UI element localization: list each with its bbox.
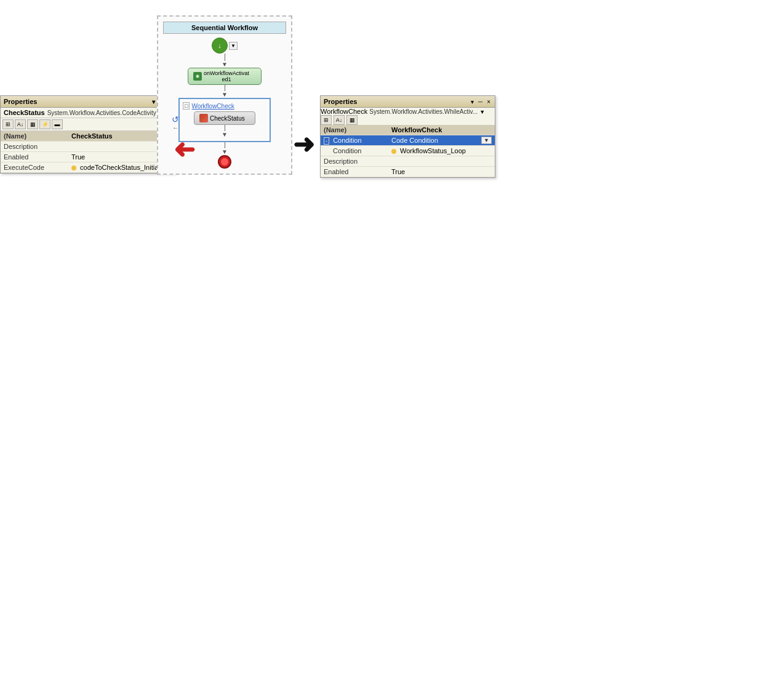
left-panel-titlebar: Properties ▾ ─ × (1, 96, 175, 108)
left-panel-title: Properties (4, 98, 37, 105)
workflow-check-collapse[interactable]: □ (183, 102, 190, 110)
execute-code-icon (71, 166, 76, 170)
right-type-name: WorkflowCheck (321, 108, 367, 115)
on-workflow-activated-activity[interactable]: onWorkflowActivated1 (188, 68, 262, 85)
right-prop-enabled-label: Enabled (321, 167, 388, 177)
right-prop-desc-value[interactable] (388, 156, 495, 167)
right-type-full: System.Workflow.Activities.WhileActiv... (369, 108, 478, 115)
arrow-3: ▼ (222, 131, 228, 138)
left-prop-row-desc: Description (1, 142, 175, 152)
left-toolbar: ⊞ A↓ ▦ ⚡ ▬ (1, 118, 175, 131)
right-props-table: (Name) WorkflowCheck - Condition Code Co… (321, 125, 495, 177)
workflow-start-btn[interactable]: ↓ (212, 38, 228, 54)
on-workflow-icon (193, 72, 202, 81)
arrow-2: ▼ (222, 91, 228, 98)
condition-value-text: Code Condition (391, 137, 438, 144)
arrow-4: ▼ (222, 148, 228, 155)
right-panel-title: Properties (324, 98, 357, 105)
right-toolbar-cols-btn[interactable]: ▦ (346, 115, 358, 125)
left-panel-pin-btn[interactable]: ▾ (151, 98, 156, 105)
right-panel-min-btn[interactable]: ─ (477, 98, 484, 105)
condition-collapse-btn[interactable]: - (324, 137, 329, 145)
workflow-start-row: ↓ ▼ (212, 38, 238, 54)
start-icon: ↓ (218, 42, 222, 49)
left-prop-enabled-label: Enabled (1, 152, 68, 162)
end-node-inner (221, 158, 228, 166)
right-prop-name-label: (Name) (321, 125, 388, 135)
loop-indicator: ↺ ← (172, 114, 179, 131)
right-prop-name-value: WorkflowCheck (388, 125, 495, 135)
execute-code-text: codeToCheckStatus_Initial (80, 164, 160, 171)
checkstatus-activity[interactable]: CheckStatus (194, 111, 255, 125)
right-prop-row-condition-child: Condition WorkflowStatus_Loop (321, 146, 495, 156)
connector-4 (225, 142, 225, 148)
right-panel-close-btn[interactable]: × (486, 98, 492, 105)
left-toolbar-events-btn[interactable]: ⚡ (39, 119, 50, 129)
right-type-row: WorkflowCheck System.Workflow.Activities… (321, 108, 495, 115)
connector-3 (225, 125, 225, 131)
left-toolbar-sort-btn[interactable]: A↓ (15, 119, 26, 129)
left-prop-row-execute: ExecuteCode codeToCheckStatus_Initial (1, 162, 175, 173)
right-prop-condition-child-label: Condition (321, 146, 388, 156)
right-prop-enabled-value: True (388, 167, 495, 177)
right-prop-desc-label: Description (321, 156, 388, 167)
arrow-1: ▼ (222, 61, 228, 68)
workflow-end-node (218, 155, 231, 169)
left-properties-panel: Properties ▾ ─ × CheckStatus System.Work… (0, 95, 175, 174)
left-toolbar-grid-btn[interactable]: ⊞ (2, 119, 14, 129)
right-panel-controls: ▾ ─ × (470, 98, 492, 105)
checkstatus-icon (199, 114, 208, 122)
right-toolbar-sort-btn[interactable]: A↓ (334, 115, 345, 125)
left-prop-desc-label: Description (1, 142, 68, 152)
right-prop-row-enabled: Enabled True (321, 167, 495, 177)
left-toolbar-cols-btn[interactable]: ▦ (27, 119, 38, 129)
right-prop-row-name: (Name) WorkflowCheck (321, 125, 495, 135)
checkstatus-label: CheckStatus (210, 115, 245, 122)
left-type-row: CheckStatus System.Workflow.Activities.C… (1, 108, 175, 118)
right-arrow: ➜ (293, 132, 314, 158)
left-prop-row-name: (Name) CheckStatus (1, 131, 175, 142)
workflow-check-header: □ WorkflowCheck (183, 102, 266, 110)
right-prop-row-desc: Description (321, 156, 495, 167)
left-props-table: (Name) CheckStatus Description Enabled T… (1, 131, 175, 173)
connector-1 (225, 54, 225, 61)
left-toolbar-more-btn[interactable]: ▬ (52, 119, 63, 129)
connector-2 (225, 85, 225, 91)
left-prop-name-label: (Name) (1, 131, 68, 142)
right-type-dropdown[interactable]: ▼ (479, 109, 485, 115)
right-prop-condition-parent-value: Code Condition ▼ (388, 135, 495, 146)
right-toolbar: ⊞ A↓ ▦ (321, 115, 495, 125)
right-prop-row-condition-parent: - Condition Code Condition ▼ (321, 135, 495, 146)
left-prop-row-enabled: Enabled True (1, 152, 175, 162)
right-toolbar-grid-btn[interactable]: ⊞ (321, 115, 332, 125)
left-prop-execute-label: ExecuteCode (1, 162, 68, 173)
on-workflow-label: onWorkflowActivated1 (204, 70, 249, 82)
condition-child-text: WorkflowStatus_Loop (400, 147, 466, 154)
workflow-check-label: WorkflowCheck (191, 103, 234, 110)
right-prop-condition-child-value: WorkflowStatus_Loop (388, 146, 495, 156)
right-panel-pin-btn[interactable]: ▾ (470, 98, 475, 105)
condition-dropdown-btn[interactable]: ▼ (481, 137, 492, 144)
left-red-arrow: ➜ (174, 137, 195, 162)
right-panel-titlebar: Properties ▾ ─ × (321, 96, 495, 108)
workflow-start-dropdown[interactable]: ▼ (229, 42, 238, 50)
left-type-name: CheckStatus (4, 109, 45, 116)
right-prop-condition-parent-label: - Condition (321, 135, 388, 146)
right-properties-panel: Properties ▾ ─ × WorkflowCheck System.Wo… (320, 95, 495, 178)
workflow-title: Sequential Workflow (163, 22, 286, 34)
condition-child-icon (391, 149, 396, 154)
workflow-check-body: ↺ ← CheckStatus ▼ (183, 111, 266, 138)
left-type-full: System.Workflow.Activities.CodeActivity (47, 110, 156, 116)
